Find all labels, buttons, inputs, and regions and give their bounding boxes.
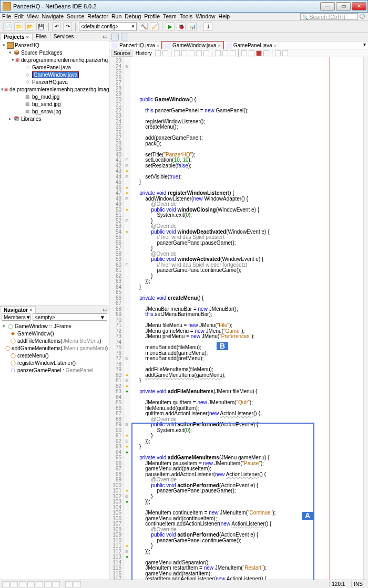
redo-icon[interactable]: ↷ xyxy=(63,22,72,31)
new-project-icon[interactable]: 📁 xyxy=(14,22,23,31)
menu-view[interactable]: View xyxy=(27,13,39,19)
sb-icon-8[interactable] xyxy=(65,581,73,587)
sb-icon-7[interactable] xyxy=(53,581,60,587)
tree-img-snow[interactable]: bg_snow.jpg xyxy=(32,109,62,114)
ed-find-sel-icon[interactable] xyxy=(181,50,187,56)
tab-files[interactable]: Files xyxy=(33,33,50,40)
ed-back-icon[interactable] xyxy=(155,50,161,56)
tree-img-sand[interactable]: bg_sand.jpg xyxy=(32,101,61,107)
menu-run[interactable]: Run xyxy=(111,13,121,19)
java-file-icon xyxy=(226,43,232,49)
tree-file-panzerhq[interactable]: PanzerHQ.java xyxy=(32,79,68,85)
close-button[interactable]: ✕ xyxy=(352,2,366,10)
tab-list-icon[interactable]: ▾ xyxy=(361,41,368,49)
members-combo[interactable]: Members▼ xyxy=(2,313,30,321)
ed-prev-bm-icon[interactable] xyxy=(222,50,228,56)
code-editor[interactable]: 2324252627282930313233343536373839404142… xyxy=(109,57,368,580)
ed-comment-icon[interactable] xyxy=(275,50,281,56)
maximize-button[interactable]: ▭ xyxy=(336,2,351,10)
ed-shift-right-icon[interactable] xyxy=(249,50,254,56)
nav-field[interactable]: panzerGamePanel : GamePanel xyxy=(17,368,94,373)
subtab-history[interactable]: History xyxy=(134,50,154,56)
ed-macro-stop-icon[interactable] xyxy=(263,50,269,56)
tree-package-main[interactable]: de.programmierenlernenhq.panzerhq xyxy=(21,57,108,63)
nav-registerwindow[interactable]: registerWindowListener() xyxy=(17,360,76,366)
sb-icon-3[interactable] xyxy=(19,581,26,587)
debug-icon[interactable]: 🐞 xyxy=(177,22,186,31)
nav-addfile[interactable]: addFileMenuItems(JMenu fileMenu) xyxy=(17,338,101,344)
sb-icon-4[interactable] xyxy=(27,581,35,587)
minimize-button[interactable]: ─ xyxy=(320,2,335,10)
notification-icon[interactable] xyxy=(360,14,365,19)
menu-profile[interactable]: Profile xyxy=(144,13,160,19)
ed-bookmark-icon[interactable] xyxy=(215,50,221,56)
ed-find-next-icon[interactable] xyxy=(196,50,202,56)
menu-help[interactable]: Help xyxy=(219,13,230,19)
profile-icon[interactable]: 📊 xyxy=(188,22,197,31)
sb-icon-1[interactable] xyxy=(2,581,9,587)
run-icon[interactable]: ▶ xyxy=(166,22,175,31)
editor-glyph-margin[interactable]: ⊟ ⊟⊟●⊟ ●●⊟ ● ⊟ ● ⊟ ⊟ ●⊟●● ⊟ ●⊟●● ●⊟● ●⊟● xyxy=(124,57,130,580)
tree-libraries[interactable]: Libraries xyxy=(21,116,41,122)
build-icon[interactable]: 🔨 xyxy=(139,22,148,31)
tree-project[interactable]: PanzerHQ xyxy=(15,43,39,48)
start-page-icon-2[interactable] xyxy=(121,34,128,40)
close-tab-icon[interactable]: × xyxy=(218,43,220,48)
new-file-icon[interactable]: 📄 xyxy=(3,22,12,31)
sb-icon-2[interactable] xyxy=(11,581,18,587)
nav-ctor[interactable]: GameWindow() xyxy=(17,331,54,337)
sb-icon-5[interactable] xyxy=(36,581,43,587)
tree-source-packages[interactable]: Source Packages xyxy=(21,50,62,56)
tab-services[interactable]: Services xyxy=(50,33,77,40)
menu-debug[interactable]: Debug xyxy=(125,13,141,19)
close-tab-icon[interactable]: × xyxy=(274,43,277,48)
close-tab-icon[interactable]: × xyxy=(157,43,159,48)
nav-class[interactable]: GameWindow :: JFrame xyxy=(15,323,71,329)
ed-shift-left-icon[interactable] xyxy=(241,50,247,56)
ed-uncomment-icon[interactable] xyxy=(282,50,288,56)
menu-source[interactable]: Source xyxy=(67,13,84,19)
tree-package-images[interactable]: de.programmierenlernenhq.panzerhq.images xyxy=(9,87,109,92)
ed-macro-start-icon[interactable] xyxy=(256,50,262,56)
config-combo[interactable]: <default config>▼ xyxy=(79,22,137,31)
step-icon[interactable]: ⤓ xyxy=(203,22,212,31)
members-filter-combo[interactable]: <empty>▼ xyxy=(33,313,107,321)
tree-file-gamepanel[interactable]: GamePanel.java xyxy=(32,65,71,70)
menu-team[interactable]: Team xyxy=(163,13,177,19)
sb-icon-9[interactable] xyxy=(74,581,81,587)
menu-refactor[interactable]: Refactor xyxy=(87,13,108,19)
tab-gamewindow[interactable]: GameWindow.java× xyxy=(162,41,223,49)
menu-navigate[interactable]: Navigate xyxy=(42,13,64,19)
menu-tools[interactable]: Tools xyxy=(180,13,193,19)
ed-next-bm-icon[interactable] xyxy=(230,50,236,56)
projects-tree[interactable]: ▾PanzerHQ ▾📦Source Packages ▾▣de.program… xyxy=(0,40,109,306)
tree-file-gamewindow[interactable]: GameWindow.java xyxy=(32,71,79,78)
editor-error-stripe[interactable] xyxy=(363,57,368,580)
subtab-source[interactable]: Source xyxy=(111,50,132,57)
tree-img-mud[interactable]: bg_mud.jpg xyxy=(32,94,59,100)
ed-last-edit-icon[interactable] xyxy=(174,50,180,56)
menu-edit[interactable]: Edit xyxy=(14,13,24,19)
tab-projects[interactable]: Projects× xyxy=(0,33,33,40)
line-number-gutter[interactable]: 2324252627282930313233343536373839404142… xyxy=(109,57,124,580)
menu-window[interactable]: Window xyxy=(196,13,215,19)
tab-navigator[interactable]: Navigator× xyxy=(0,306,36,313)
menu-file[interactable]: File xyxy=(2,13,11,19)
minimize-navigator-icon[interactable]: ▭ xyxy=(103,307,107,312)
save-all-icon[interactable]: 💾 xyxy=(36,22,45,31)
minimize-panel-icon[interactable]: ▭ xyxy=(103,34,107,39)
ed-toggle-hl-icon[interactable] xyxy=(203,50,209,56)
status-ins[interactable]: INS xyxy=(351,581,365,587)
tab-gamepanel[interactable]: GamePanel.java× xyxy=(223,41,279,49)
sb-icon-6[interactable] xyxy=(44,581,52,587)
undo-icon[interactable]: ↶ xyxy=(52,22,61,31)
start-page-icon[interactable] xyxy=(111,34,119,40)
open-project-icon[interactable]: 📂 xyxy=(25,22,34,31)
nav-addgame[interactable]: addGameMenuItems(JMenu gameMenu) xyxy=(12,345,108,351)
nav-createmenu[interactable]: createMenu() xyxy=(17,353,48,359)
ed-find-prev-icon[interactable] xyxy=(189,50,195,56)
ed-fwd-icon[interactable] xyxy=(162,50,168,56)
tab-panzerhq[interactable]: PanzerHQ.java× xyxy=(109,41,162,49)
global-search[interactable]: 🔍 Search (Ctrl+I) xyxy=(300,13,358,20)
clean-build-icon[interactable]: 🧹 xyxy=(150,22,159,31)
